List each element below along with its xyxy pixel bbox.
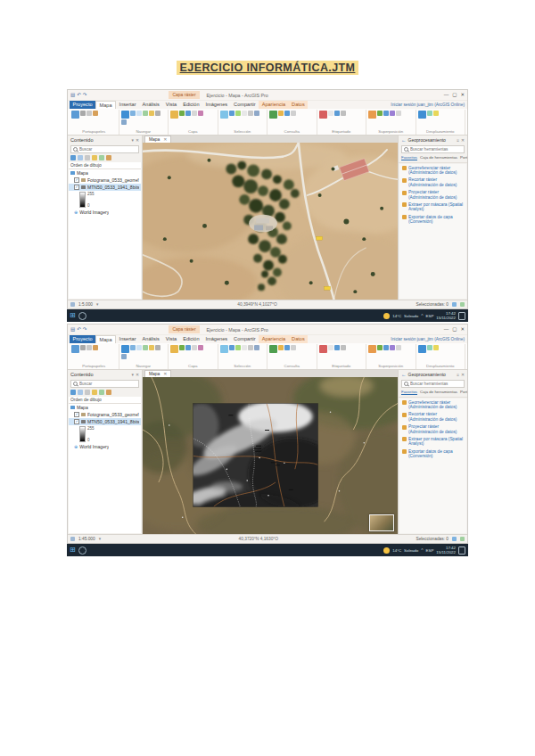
tool-link[interactable]: Georreferenciar ráster (Administración d… bbox=[399, 399, 466, 411]
list-by-source-icon[interactable] bbox=[78, 390, 83, 395]
tab-edicion[interactable]: Edición bbox=[180, 101, 202, 109]
ribbon-tool-icon[interactable] bbox=[328, 111, 333, 116]
ribbon-tool-icon[interactable] bbox=[383, 345, 389, 350]
ribbon-tool-icon[interactable] bbox=[86, 111, 92, 116]
contents-search-input[interactable] bbox=[79, 147, 136, 152]
list-by-editing-icon[interactable] bbox=[92, 155, 97, 160]
close-icon[interactable]: ✕ bbox=[136, 138, 139, 143]
save-icon[interactable]: ▤ bbox=[70, 90, 75, 100]
ribbon-tool-icon[interactable] bbox=[427, 111, 432, 116]
ribbon-tool-icon[interactable] bbox=[383, 111, 389, 116]
notification-center-icon[interactable] bbox=[458, 312, 465, 320]
ribbon-tool-icon[interactable] bbox=[121, 111, 129, 119]
ribbon-tool-icon[interactable] bbox=[278, 345, 284, 350]
ribbon-tool-icon[interactable] bbox=[143, 345, 148, 350]
tab-analisis[interactable]: Análisis bbox=[139, 101, 162, 109]
tab-datos[interactable]: Datos bbox=[289, 101, 309, 109]
ribbon-tool-icon[interactable] bbox=[254, 111, 259, 116]
ribbon-tool-icon[interactable] bbox=[179, 345, 185, 350]
tool-link[interactable]: Extraer por máscara (Spatial Analyst) bbox=[399, 201, 466, 213]
list-by-drawing-order-icon[interactable] bbox=[70, 155, 76, 160]
tab-proyecto[interactable]: Proyecto bbox=[70, 335, 95, 343]
ribbon-tool-icon[interactable] bbox=[242, 111, 247, 116]
ribbon-tool-icon[interactable] bbox=[334, 111, 340, 116]
tree-item-map[interactable]: Mapa bbox=[69, 169, 141, 177]
tab-imagenes[interactable]: Imágenes bbox=[202, 335, 231, 343]
layer-checkbox[interactable]: ✓ bbox=[74, 419, 79, 424]
tab-portal[interactable]: Portal bbox=[460, 390, 467, 395]
tab-apariencia[interactable]: Apariencia bbox=[259, 335, 288, 343]
tab-insertar[interactable]: Insertar bbox=[116, 335, 139, 343]
layer-checkbox[interactable]: ✓ bbox=[74, 177, 79, 183]
geoprocessing-search[interactable] bbox=[401, 145, 465, 153]
tab-analisis[interactable]: Análisis bbox=[139, 335, 162, 343]
ribbon-tool-icon[interactable] bbox=[396, 111, 401, 116]
weather-sun-icon[interactable] bbox=[383, 313, 390, 319]
ribbon-tool-icon[interactable] bbox=[390, 345, 395, 350]
list-by-selection-icon[interactable] bbox=[85, 155, 90, 160]
ribbon-tool-icon[interactable] bbox=[130, 345, 136, 350]
ribbon-tool-icon[interactable] bbox=[248, 111, 253, 116]
ribbon-tool-icon[interactable] bbox=[149, 111, 154, 116]
ribbon-tool-icon[interactable] bbox=[377, 345, 383, 350]
close-icon[interactable]: ✕ bbox=[136, 373, 139, 377]
taskbar-search-icon[interactable] bbox=[78, 312, 86, 320]
hidden-icons-chevron[interactable]: ^ bbox=[421, 547, 423, 553]
ribbon-tool-icon[interactable] bbox=[80, 345, 86, 350]
contents-search-input[interactable] bbox=[79, 382, 136, 386]
ribbon-tool-icon[interactable] bbox=[71, 111, 79, 119]
ribbon-tool-icon[interactable] bbox=[155, 111, 160, 116]
layout-icon[interactable] bbox=[460, 537, 465, 541]
tab-mapa[interactable]: Mapa bbox=[95, 335, 116, 343]
save-icon[interactable]: ▤ bbox=[70, 325, 75, 334]
back-icon[interactable]: ← bbox=[401, 137, 407, 143]
menu-icon[interactable]: ≡ bbox=[457, 138, 459, 143]
ribbon-tool-icon[interactable] bbox=[248, 345, 253, 350]
map-scale[interactable]: 1:5.000 bbox=[78, 302, 93, 307]
redo-icon[interactable]: ↷ bbox=[83, 90, 87, 100]
weather-sun-icon[interactable] bbox=[383, 547, 390, 554]
map-view-tab[interactable]: Mapa ✕ bbox=[144, 370, 171, 377]
layer-checkbox[interactable]: ✓ bbox=[74, 412, 79, 417]
tab-vista[interactable]: Vista bbox=[162, 335, 179, 343]
ribbon-tool-icon[interactable] bbox=[155, 345, 160, 350]
tab-cajas[interactable]: Caja de herramientas bbox=[420, 155, 457, 160]
contents-search[interactable] bbox=[70, 145, 139, 153]
ribbon-tool-icon[interactable] bbox=[198, 345, 203, 350]
tab-portal[interactable]: Portal bbox=[460, 155, 467, 160]
ribbon-tool-icon[interactable] bbox=[121, 354, 127, 359]
geoprocessing-search[interactable] bbox=[401, 380, 465, 388]
list-by-snapping-icon[interactable] bbox=[99, 155, 104, 160]
hidden-icons-chevron[interactable]: ^ bbox=[421, 313, 423, 318]
contents-search[interactable] bbox=[70, 380, 139, 388]
ribbon-tool-icon[interactable] bbox=[269, 111, 277, 119]
ribbon-tool-icon[interactable] bbox=[418, 345, 426, 353]
ribbon-tool-icon[interactable] bbox=[192, 345, 197, 350]
ribbon-tool-icon[interactable] bbox=[334, 345, 340, 350]
tree-item-layer-selected[interactable]: ✓ MTN50_0533_1941_8bits_georref.tif bbox=[69, 184, 141, 191]
close-icon[interactable]: ✕ bbox=[461, 138, 465, 143]
tool-link[interactable]: Exportar datos de capa (Conversión) bbox=[399, 448, 466, 460]
tool-link[interactable]: Extraer por máscara (Spatial Analyst) bbox=[399, 435, 466, 448]
ribbon-tool-icon[interactable] bbox=[433, 111, 439, 116]
minimize-icon[interactable]: — bbox=[444, 90, 449, 100]
close-icon[interactable]: ✕ bbox=[461, 373, 465, 377]
select-tool-icon[interactable] bbox=[70, 537, 75, 541]
ribbon-tool-icon[interactable] bbox=[291, 345, 296, 350]
ribbon-tool-icon[interactable] bbox=[396, 345, 401, 350]
ribbon-tool-icon[interactable] bbox=[220, 345, 228, 353]
ribbon-tool-icon[interactable] bbox=[192, 111, 197, 116]
ribbon-tool-icon[interactable] bbox=[136, 345, 142, 350]
contextual-tab-group[interactable]: Capa ráster bbox=[169, 325, 199, 333]
ribbon-tool-icon[interactable] bbox=[418, 111, 426, 119]
tab-insertar[interactable]: Insertar bbox=[116, 101, 139, 109]
tab-edicion[interactable]: Edición bbox=[180, 335, 202, 343]
notification-center-icon[interactable] bbox=[458, 546, 465, 555]
list-by-labeling-icon[interactable] bbox=[106, 155, 111, 160]
weather-desc[interactable]: Soleado bbox=[404, 314, 418, 318]
tab-mapa[interactable]: Mapa bbox=[95, 101, 116, 109]
signin-status[interactable]: Iniciar sesión juan_jtm (ArcGIS Online) bbox=[391, 101, 465, 109]
tool-link[interactable]: Proyectar ráster (Administración de dato… bbox=[399, 423, 466, 436]
ribbon-tool-icon[interactable] bbox=[254, 345, 259, 350]
ribbon-tool-icon[interactable] bbox=[341, 345, 346, 350]
